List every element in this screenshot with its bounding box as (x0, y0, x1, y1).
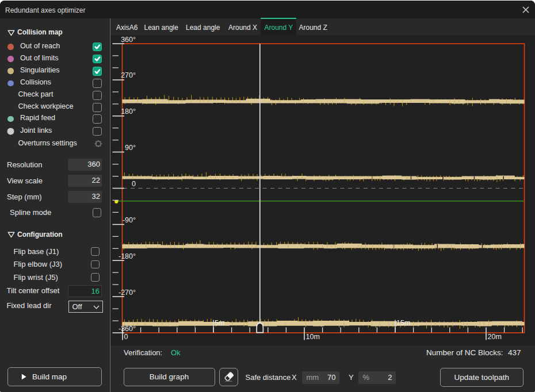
svg-text:-270°: -270° (119, 289, 136, 297)
svg-text:0: 0 (132, 180, 136, 188)
svg-text:0: 0 (124, 333, 128, 341)
svg-text:270°: 270° (121, 71, 136, 79)
svg-text:180°: 180° (121, 107, 136, 116)
svg-text:360°: 360° (121, 36, 136, 44)
svg-text:-90°: -90° (123, 216, 136, 224)
svg-text:-360°: -360° (119, 325, 136, 333)
svg-text:10m: 10m (306, 333, 320, 341)
svg-text:15m: 15m (396, 319, 410, 327)
svg-text:-180°: -180° (119, 252, 136, 260)
svg-text:90°: 90° (125, 144, 136, 152)
svg-text:20m: 20m (488, 333, 502, 341)
svg-text:5m: 5m (215, 319, 224, 327)
